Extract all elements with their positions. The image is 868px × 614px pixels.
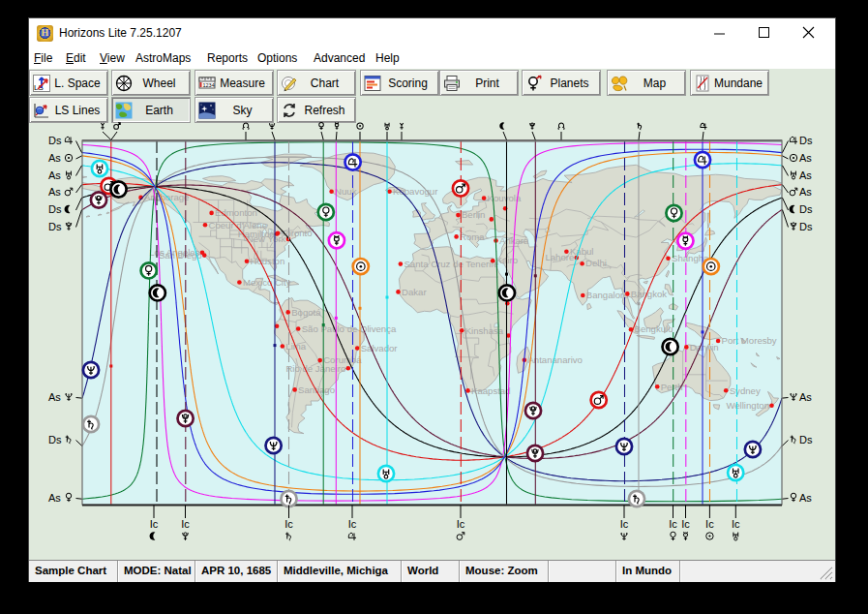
- svg-text:Kaapstad: Kaapstad: [471, 385, 511, 396]
- svg-text:Ds: Ds: [799, 203, 813, 215]
- svg-text:Ds: Ds: [48, 434, 62, 445]
- svg-text:As: As: [799, 492, 812, 504]
- svg-text:Wellington: Wellington: [726, 400, 769, 411]
- svg-text:As: As: [799, 186, 812, 198]
- svg-text:Mexico City: Mexico City: [243, 277, 291, 288]
- svg-text:As: As: [799, 152, 812, 164]
- svg-text:As: As: [48, 169, 61, 181]
- svg-text:Bengkulu: Bengkulu: [635, 323, 673, 334]
- svg-text:As: As: [48, 492, 61, 504]
- svg-text:Ic: Ic: [457, 518, 465, 530]
- svg-text:Ic: Ic: [284, 518, 293, 530]
- svg-text:As: As: [48, 391, 61, 403]
- svg-text:Santa Cruz de Tenerife: Santa Cruz de Tenerife: [404, 259, 498, 269]
- svg-text:As: As: [48, 152, 61, 164]
- svg-text:Ds: Ds: [48, 203, 62, 215]
- svg-text:Nuuk: Nuuk: [335, 186, 357, 197]
- svg-text:Darwin: Darwin: [690, 342, 719, 353]
- svg-text:Berlin: Berlin: [462, 209, 486, 220]
- svg-text:Ic: Ic: [348, 518, 357, 530]
- svg-text:Sydney: Sydney: [730, 385, 761, 396]
- svg-text:Ic: Ic: [669, 518, 677, 530]
- svg-text:As: As: [799, 391, 812, 403]
- svg-text:New York: New York: [247, 233, 286, 244]
- svg-text:Delhi: Delhi: [585, 258, 607, 268]
- svg-text:Kópavogur: Kópavogur: [393, 186, 438, 197]
- svg-text:Roma: Roma: [460, 231, 485, 242]
- svg-text:Ic: Ic: [705, 518, 714, 530]
- svg-text:Ds: Ds: [799, 135, 813, 146]
- svg-text:Ic: Ic: [681, 518, 690, 530]
- svg-text:Ds: Ds: [48, 221, 62, 232]
- svg-text:Houston: Houston: [251, 256, 285, 266]
- svg-text:Salvador: Salvador: [361, 343, 399, 353]
- svg-text:Ic: Ic: [150, 518, 159, 530]
- svg-text:Lahore: Lahore: [545, 252, 574, 262]
- svg-text:Ic: Ic: [732, 518, 740, 530]
- svg-text:As: As: [799, 169, 812, 181]
- svg-text:Ic: Ic: [181, 518, 190, 530]
- svg-text:Ds: Ds: [48, 135, 62, 146]
- svg-text:Port Moresby: Port Moresby: [722, 335, 777, 346]
- svg-text:Santiago: Santiago: [298, 384, 335, 395]
- svg-text:Dakar: Dakar: [402, 287, 427, 297]
- svg-text:São Paulo de Olivença: São Paulo de Olivença: [302, 323, 397, 334]
- svg-text:Ds: Ds: [799, 434, 813, 445]
- svg-text:Ic: Ic: [620, 518, 629, 530]
- svg-text:As: As: [48, 186, 61, 198]
- svg-text:Rio de Janeiro: Rio de Janeiro: [285, 363, 345, 374]
- svg-text:Bangalore: Bangalore: [586, 290, 629, 300]
- svg-text:Ds: Ds: [799, 221, 813, 232]
- svg-text:Bogotá: Bogotá: [291, 307, 321, 318]
